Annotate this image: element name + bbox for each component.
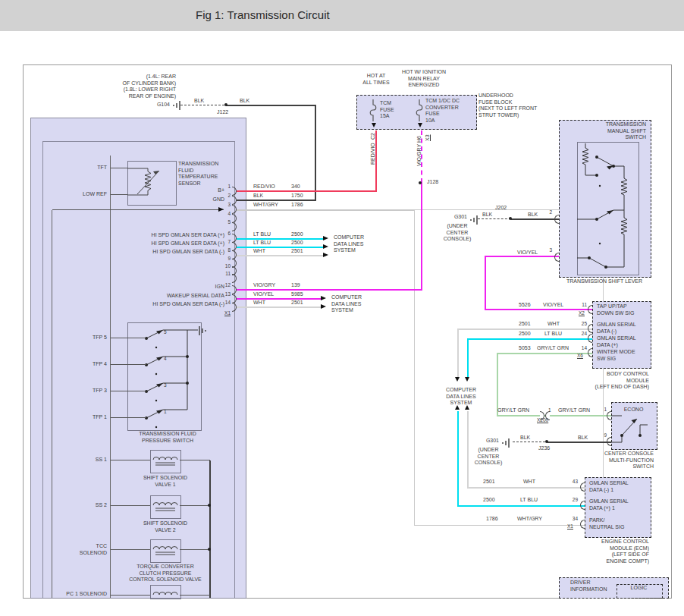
- wire-tcc-left: [111, 549, 150, 550]
- wire-vioyel-pin13: [237, 298, 322, 300]
- wire-gryltgrn-econo: [497, 415, 611, 416]
- wire-tfp1-stub: [111, 417, 146, 418]
- wire-label-blk-a: BLK: [194, 98, 204, 105]
- wire-blk-j202: [511, 218, 559, 220]
- j128-label: J128: [427, 179, 438, 186]
- tfp5-label: TFP 5: [69, 335, 107, 341]
- ecm-r2-circuit: 2500: [483, 497, 495, 504]
- bcm-pin25-number: 25: [573, 321, 587, 328]
- wire-ltblu-bus-top: [467, 338, 469, 377]
- wire-blk-g104-dashed: [180, 105, 224, 105]
- tfp4-number: 4: [164, 356, 167, 363]
- figure-title-bar: [0, 0, 684, 31]
- wire-ltblu-bcm24: [467, 338, 592, 340]
- gmlan-pin6-label: HI SPD GMLAN SER DATA (+): [126, 232, 224, 239]
- bcm-gmlan-pos-signal: GMLAN SERIAL DATA (+): [597, 335, 636, 348]
- gryltgrn-label-a: GRY/LT GRN: [497, 407, 529, 414]
- wire-label-blk-g301a: BLK: [482, 212, 492, 218]
- wire-blk-pin2: [237, 200, 315, 201]
- driver-information-label: DRIVER INFORMATION: [570, 580, 607, 592]
- tcm-pin9: 9: [221, 256, 231, 262]
- wire14-circuit: 2501: [291, 300, 303, 306]
- wire-label-blk-lever: BLK: [528, 212, 538, 218]
- solenoid1-coil-icon: [150, 450, 180, 472]
- g301b-location: (UNDER CENTER CONSOLE): [469, 447, 508, 467]
- lever-pin3-number: 3: [543, 247, 552, 254]
- wire-label-blk-j236a: BLK: [520, 435, 530, 442]
- bus-junction-dot2: [208, 548, 211, 551]
- logic-label: LOGIC: [617, 585, 661, 592]
- hot-ignition-label: HOT W/ IGNITION MAIN RELAY ENERGIZED: [400, 69, 447, 89]
- pc-coil-icon: [150, 585, 180, 598]
- redvio-vertical-label: RED/VIO: [370, 143, 375, 165]
- tft-sensor-label: TRANSMISSION FLUID TEMPERATURE SENSOR: [178, 161, 218, 187]
- hot-at-all-times-label: HOT AT ALL TIMES: [359, 73, 394, 86]
- data-line-arrow2-icon: [323, 244, 328, 249]
- gmlan-pin8-label: HI SPD GMLAN SER DATA (-): [126, 249, 224, 256]
- wire7-color: LT BLU: [253, 240, 271, 247]
- lever-pin2-number: 2: [543, 209, 552, 216]
- g104-location-note: (1.4L: REAR OF CYLINDER BANK) (1.8L: LOW…: [112, 74, 176, 99]
- data-line-arrow3-icon: [323, 253, 328, 257]
- wire-ss2-right: [180, 505, 210, 506]
- wire-redvio-vertical: [375, 130, 377, 192]
- bcm-winter-signal: WINTER MODE SW SIG: [597, 349, 635, 362]
- data-line-arrow5-icon: [321, 304, 326, 309]
- wire-blk-g301b-dashed: [513, 442, 545, 442]
- wire2-circuit: 1750: [291, 193, 303, 200]
- tcm-pin10: 10: [221, 263, 231, 270]
- econo-pin9-arc: [607, 437, 611, 446]
- wire-wht-bus-top: [457, 328, 459, 377]
- ecm-gmlan-neg-signal: GMLAN SERIAL DATA (-) 1: [589, 480, 629, 493]
- j122-splice-dot: [224, 103, 227, 106]
- wire14-color: WHT: [253, 300, 265, 306]
- ecm-gmlan-pos-signal: GMLAN SERIAL DATA (+) 1: [589, 498, 629, 511]
- cdl-down-arrow2-icon: [465, 377, 469, 382]
- solenoid2-coil-icon: [150, 495, 180, 517]
- wire6-color: LT BLU: [253, 231, 271, 238]
- x200-connector-label: X200: [537, 417, 548, 424]
- gnd-label: GND: [126, 196, 224, 203]
- tcm-pin5: 5: [221, 219, 231, 226]
- ecm-r1-circuit: 2501: [483, 479, 495, 486]
- wire-blk-j236: [548, 442, 611, 443]
- wire6-circuit: 2500: [291, 231, 303, 238]
- wire-tft-stub: [111, 168, 127, 168]
- shift-lever-caption: TRANSMISSION SHIFT LEVER: [557, 278, 651, 285]
- data-line-arrow1-icon: [323, 236, 328, 240]
- wire-lowref-stub: [111, 194, 127, 195]
- fuse-output-arrow1-icon: [372, 123, 376, 127]
- wire2-color: BLK: [253, 193, 263, 200]
- bcm-r2-circuit: 2501: [519, 321, 531, 328]
- ecm-pin34-arc: [580, 520, 585, 529]
- wire1-color: RED/VIO: [253, 184, 275, 190]
- tfp-switch-caption: TRANSMISSION FLUID PRESSURE SWITCH: [126, 431, 209, 444]
- tcm-fuse-label: TCM FUSE 15A: [380, 100, 394, 120]
- tcm-inner-line: [52, 210, 52, 598]
- wire-blk-vertical: [315, 105, 316, 201]
- computer-data-lines-mid-label: COMPUTER DATA LINES SYSTEM: [440, 387, 482, 407]
- bcm-pin24-arc: [588, 334, 592, 343]
- pc-solenoid-label: PC 1 SOLENOID: [31, 591, 107, 598]
- wire-blk-g301-dashed: [478, 218, 511, 219]
- tfp1-number: 1: [164, 409, 167, 416]
- bcm-r1-color: VIO/YEL: [543, 302, 563, 309]
- shift-switch-symbol: [577, 142, 639, 275]
- x200-pin-number: 1: [548, 407, 551, 414]
- wire-tcc-right: [180, 549, 210, 550]
- bcm-r4-color: GRY/LT GRN: [537, 345, 569, 352]
- bcm-x2-connector: X2: [579, 310, 585, 317]
- bcm-pin14-arc: [588, 348, 592, 357]
- j122-label: J122: [217, 109, 228, 116]
- lever-pin2-arc: [554, 215, 559, 224]
- ign-label: IGN: [126, 284, 224, 291]
- wire-blk-j122: [226, 105, 315, 106]
- wire-ss1-left: [111, 460, 150, 460]
- ecm-pin43-arc: [580, 482, 585, 492]
- wire7-circuit: 2500: [291, 240, 303, 247]
- ss2-label: SS 2: [69, 502, 107, 509]
- data-line-arrow4-icon: [321, 296, 326, 300]
- ecm-pin34-number: 34: [564, 516, 578, 523]
- wire13-color: VIO/YEL: [253, 291, 274, 298]
- converter-fuse-label: TCM 1/DC DC CONVERTER FUSE 10A: [425, 98, 460, 124]
